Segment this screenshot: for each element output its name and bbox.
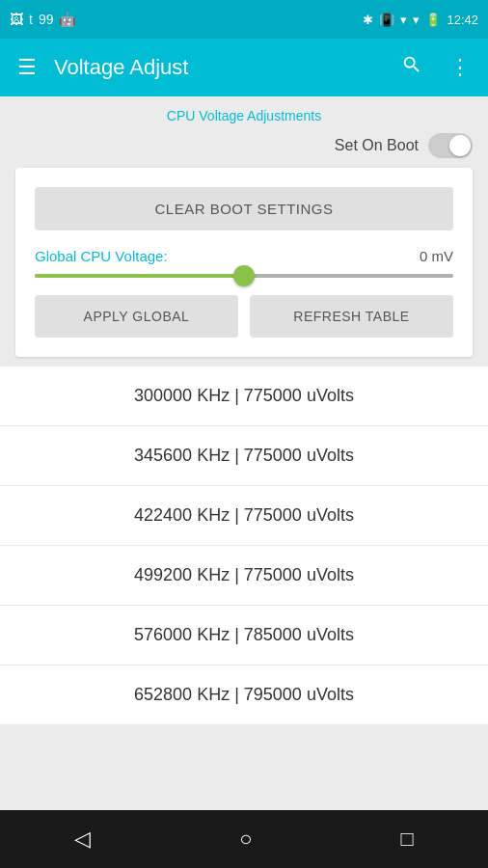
menu-button[interactable]: ☰ [14,51,41,84]
slider-fill [35,274,244,278]
frequency-list: 300000 KHz | 775000 uVolts 345600 KHz | … [0,366,488,724]
app-title: Voltage Adjust [54,55,397,80]
time-display: 12:42 [447,13,478,27]
set-on-boot-toggle[interactable] [428,133,473,158]
t-icon: t [29,12,33,27]
wifi-icon: ▾ [400,13,407,27]
search-button[interactable] [397,50,426,85]
section-label: CPU Voltage Adjustments [0,96,488,133]
list-item[interactable]: 300000 KHz | 775000 uVolts [0,366,488,426]
voltage-slider-container[interactable] [35,274,453,278]
back-button[interactable]: ◁ [55,819,110,859]
main-content: CPU Voltage Adjustments Set On Boot CLEA… [0,96,488,810]
status-bar-left: 🖼 t 99 🤖 [10,12,75,27]
clear-boot-button[interactable]: CLEAR BOOT SETTINGS [35,187,453,231]
list-item[interactable]: 576000 KHz | 785000 uVolts [0,606,488,665]
recents-button[interactable]: □ [382,819,433,859]
global-voltage-value: 0 mV [420,248,453,264]
global-voltage-row: Global CPU Voltage: 0 mV [35,248,453,264]
bottom-nav: ◁ ○ □ [0,810,488,868]
set-on-boot-row: Set On Boot [0,133,488,168]
action-buttons-row: APPLY GLOBAL REFRESH TABLE [35,295,453,338]
list-item[interactable]: 652800 KHz | 795000 uVolts [0,665,488,724]
apply-global-button[interactable]: APPLY GLOBAL [35,295,238,338]
bluetooth-icon: ✱ [363,13,373,27]
refresh-table-button[interactable]: REFRESH TABLE [250,295,453,338]
signal-icon: ▾ [413,13,420,27]
99-badge: 99 [39,12,54,27]
set-on-boot-label: Set On Boot [335,137,419,154]
more-button[interactable]: ⋮ [446,51,474,84]
app-bar-actions: ⋮ [397,50,474,85]
list-item[interactable]: 422400 KHz | 775000 uVolts [0,486,488,546]
slider-track [35,274,453,278]
gallery-icon: 🖼 [10,12,23,27]
status-bar: 🖼 t 99 🤖 ✱ 📳 ▾ ▾ 🔋 12:42 [0,0,488,39]
android-icon: 🤖 [59,12,75,27]
settings-card: CLEAR BOOT SETTINGS Global CPU Voltage: … [15,168,473,357]
app-bar: ☰ Voltage Adjust ⋮ [0,39,488,96]
vibrate-icon: 📳 [379,13,394,27]
battery-icon: 🔋 [425,13,441,27]
home-button[interactable]: ○ [220,819,271,859]
list-item[interactable]: 499200 KHz | 775000 uVolts [0,546,488,606]
list-item[interactable]: 345600 KHz | 775000 uVolts [0,426,488,486]
global-voltage-label: Global CPU Voltage: [35,248,168,264]
status-bar-right: ✱ 📳 ▾ ▾ 🔋 12:42 [363,13,478,27]
slider-thumb[interactable] [233,265,255,286]
